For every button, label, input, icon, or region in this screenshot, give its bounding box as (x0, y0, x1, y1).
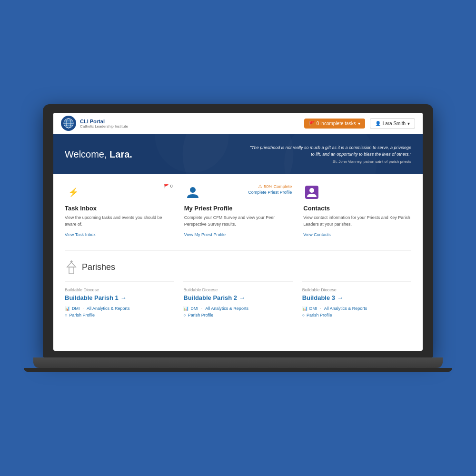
parish-diocese-1: Buildable Diocese (65, 288, 174, 292)
bar-chart-icon-1: 📊 (65, 306, 70, 311)
tasks-button[interactable]: 🚩 0 incomplete tasks ▾ (304, 119, 365, 129)
screen: CLI Portal Catholic Leadership Institute… (53, 113, 423, 351)
quote-text: "The priesthood is not really so much a … (249, 145, 411, 158)
cards-row: ⚡ 🚩 0 Task Inbox View the upcoming tasks… (65, 184, 411, 237)
progress-pct: ⚠ 50% Complete (258, 184, 292, 189)
parish-arrow-1: → (120, 294, 127, 301)
parish-diocese-2: Buildable Diocese (183, 288, 292, 292)
dmi-link-2[interactable]: DMI (190, 306, 198, 311)
main-content: ⚡ 🚩 0 Task Inbox View the upcoming tasks… (53, 174, 423, 333)
parish-links-3: 📊 DMI · All Analytics & Reports ○ Parish… (302, 306, 411, 317)
parish-name-text-2: Buildable Parish 2 (183, 294, 237, 301)
brand-subtitle: Catholic Leadership Institute (80, 124, 128, 129)
card-icon-row-tasks: ⚡ 🚩 0 (65, 184, 173, 201)
parish-name-text-3: Buildable 3 (302, 294, 335, 301)
parishes-header: Parishes (65, 260, 411, 274)
task-badge: 🚩 0 (164, 184, 173, 188)
parish-link-row-profile-3: ○ Parish Profile (302, 313, 411, 317)
parish-link-row-profile-1: ○ Parish Profile (65, 313, 174, 317)
user-label: Lara Smith (383, 121, 406, 126)
task-inbox-title: Task Inbox (65, 205, 173, 212)
separator-3: · (320, 306, 321, 311)
brand-title: CLI Portal (80, 119, 128, 124)
parish-card-1: Buildable Diocese Buildable Parish 1 → 📊… (65, 281, 174, 323)
parish-link-row-dmi-3: 📊 DMI · All Analytics & Reports (302, 306, 411, 311)
analytics-link-2[interactable]: All Analytics & Reports (205, 306, 248, 311)
section-divider (65, 250, 411, 251)
parish-name-3: Buildable 3 → (302, 294, 411, 301)
parish-links-1: 📊 DMI · All Analytics & Reports ○ Parish… (65, 306, 174, 317)
parish-profile-link-2[interactable]: Parish Profile (188, 313, 214, 317)
parish-link-row-profile-2: ○ Parish Profile (183, 313, 292, 317)
brand-text: CLI Portal Catholic Leadership Institute (80, 119, 128, 129)
parish-link-row-dmi-1: 📊 DMI · All Analytics & Reports (65, 306, 174, 311)
task-count: 0 (170, 184, 173, 188)
task-inbox-icon: ⚡ (65, 184, 82, 201)
progress-text: 50% Complete (264, 184, 292, 189)
quote-author: -St. John Vianney, patron saint of paris… (249, 159, 411, 164)
parish-profile-link-3[interactable]: Parish Profile (307, 313, 332, 317)
person-icon (186, 186, 199, 199)
profile-bullet-2: ○ (183, 313, 186, 317)
warning-icon: ⚠ (258, 184, 262, 189)
welcome-text: Welcome, (65, 149, 109, 159)
priest-profile-link[interactable]: View My Priest Profile (184, 232, 292, 237)
task-inbox-card: ⚡ 🚩 0 Task Inbox View the upcoming tasks… (65, 184, 173, 237)
tasks-chevron-icon: ▾ (358, 121, 360, 126)
brand-logo (61, 116, 76, 131)
parish-card-2: Buildable Diocese Buildable Parish 2 → 📊… (183, 281, 292, 323)
tasks-label: 0 incomplete tasks (317, 121, 356, 126)
screen-bezel: CLI Portal Catholic Leadership Institute… (43, 104, 433, 357)
parish-name-text-1: Buildable Parish 1 (65, 294, 119, 301)
parishes-grid: Buildable Diocese Buildable Parish 1 → 📊… (65, 281, 411, 323)
laptop-container: CLI Portal Catholic Leadership Institute… (43, 104, 433, 372)
welcome-name: Lara. (109, 149, 132, 159)
contacts-title: Contacts (303, 205, 411, 212)
analytics-link-1[interactable]: All Analytics & Reports (87, 306, 130, 311)
parish-diocese-3: Buildable Diocese (302, 288, 411, 292)
priest-profile-title: My Priest Profile (184, 205, 292, 212)
navbar: CLI Portal Catholic Leadership Institute… (53, 113, 423, 134)
priest-profile-card: ⚠ 50% Complete Complete Priest Profile M… (184, 184, 292, 237)
bar-chart-icon-2: 📊 (183, 306, 188, 311)
parish-card-3: Buildable Diocese Buildable 3 → 📊 DMI · … (302, 281, 411, 323)
separator-1: · (83, 306, 84, 311)
hero-welcome: Welcome, Lara. (65, 149, 132, 160)
separator-2: · (201, 306, 203, 311)
profile-progress: ⚠ 50% Complete Complete Priest Profile (248, 184, 292, 195)
card-icon-row-profile: ⚠ 50% Complete Complete Priest Profile (184, 184, 292, 201)
user-icon: 👤 (375, 121, 381, 126)
priest-profile-icon (184, 184, 201, 201)
dmi-link-3[interactable]: DMI (309, 306, 317, 311)
task-inbox-link[interactable]: View Task Inbox (65, 232, 173, 237)
parish-name-2: Buildable Parish 2 → (183, 294, 292, 301)
parish-link-row-dmi-2: 📊 DMI · All Analytics & Reports (183, 306, 292, 311)
hero-quote: "The priesthood is not really so much a … (249, 145, 411, 164)
globe-icon (63, 118, 74, 129)
parish-links-2: 📊 DMI · All Analytics & Reports ○ Parish… (183, 306, 292, 317)
priest-profile-desc: Complete your CFM Survey and view your P… (184, 215, 292, 228)
parish-profile-link-1[interactable]: Parish Profile (69, 313, 95, 317)
user-button[interactable]: 👤 Lara Smith ▾ (370, 118, 415, 129)
contacts-card: Contacts View contact information for yo… (303, 184, 411, 237)
svg-point-7 (309, 188, 314, 193)
task-inbox-desc: View the upcoming tasks and events you s… (65, 215, 173, 228)
bar-chart-icon-3: 📊 (302, 306, 307, 311)
parishes-title: Parishes (82, 262, 115, 272)
complete-profile-link[interactable]: Complete Priest Profile (248, 190, 292, 195)
dmi-link-1[interactable]: DMI (72, 306, 80, 311)
svg-rect-8 (69, 267, 74, 274)
user-chevron-icon: ▾ (407, 121, 410, 126)
contacts-desc: View contact information for your Priest… (303, 215, 411, 228)
profile-bullet-1: ○ (65, 313, 67, 317)
contacts-people-icon (305, 186, 318, 199)
laptop-foot (24, 368, 452, 372)
svg-point-5 (190, 187, 196, 193)
brand: CLI Portal Catholic Leadership Institute (61, 116, 128, 131)
flag-icon: 🚩 (309, 121, 315, 126)
parish-name-1: Buildable Parish 1 → (65, 294, 174, 301)
profile-bullet-3: ○ (302, 313, 305, 317)
contacts-link[interactable]: View Contacts (303, 232, 411, 237)
analytics-link-3[interactable]: All Analytics & Reports (324, 306, 367, 311)
parish-arrow-3: → (337, 294, 343, 301)
